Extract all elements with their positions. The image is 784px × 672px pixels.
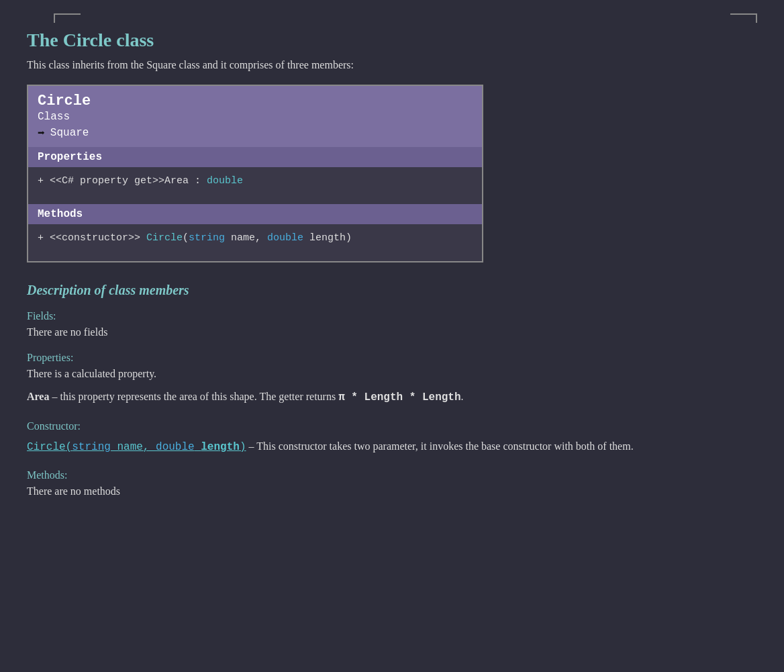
constructor-code-link[interactable]: Circle(string name, double length): [27, 441, 246, 453]
property-item: + <<C# property get>>Area : double: [38, 175, 243, 187]
methods-text: There are no methods: [27, 485, 757, 497]
top-border-decoration: [27, 13, 757, 23]
corner-left: [54, 13, 81, 23]
description-section: Description of class members Fields: The…: [27, 283, 757, 497]
class-header: Circle Class ➡ Square: [28, 86, 482, 147]
page-subtitle: This class inherits from the Square clas…: [27, 59, 757, 71]
constructor-desc-text: – This constructor takes two parameter, …: [248, 440, 633, 452]
description-heading: Description of class members: [27, 283, 757, 298]
area-period: .: [461, 391, 464, 402]
method-item: + <<constructor>> Circle(string name, do…: [38, 232, 352, 244]
class-type: Class: [38, 111, 473, 123]
property-type: double: [207, 175, 243, 187]
spacer-properties: [28, 195, 482, 204]
constructor-full: Circle(string name, double length) – Thi…: [27, 438, 757, 457]
fields-text: There are no fields: [27, 326, 757, 338]
inherits-arrow-icon: ➡: [38, 126, 45, 140]
constructor-line: Circle(string name, double length) – Thi…: [27, 438, 757, 457]
properties-content: + <<C# property get>>Area : double: [28, 167, 482, 195]
class-inherits-row: ➡ Square: [38, 126, 473, 140]
corner-right: [730, 13, 757, 23]
inherits-name: Square: [50, 127, 89, 139]
properties-header: Properties: [28, 147, 482, 167]
method-param1-type: string: [189, 232, 225, 244]
area-description: Area – this property represents the area…: [27, 388, 757, 407]
page-title: The Circle class: [27, 30, 757, 51]
method-class-name: Circle: [146, 232, 183, 244]
spacer-methods: [28, 252, 482, 261]
class-name: Circle: [38, 93, 91, 109]
methods-content: + <<constructor>> Circle(string name, do…: [28, 224, 482, 252]
properties-text: There is a calculated property.: [27, 368, 757, 380]
area-keyword: Area: [27, 391, 49, 402]
area-code: π * Length * Length: [338, 391, 460, 403]
area-text-before: – this property represents the area of t…: [52, 391, 336, 402]
methods-header: Methods: [28, 204, 482, 224]
class-diagram-box: Circle Class ➡ Square Properties + <<C# …: [27, 85, 483, 262]
fields-label: Fields:: [27, 310, 757, 322]
properties-label: Properties:: [27, 352, 757, 364]
method-param2-type: double: [267, 232, 303, 244]
constructor-label: Constructor:: [27, 420, 757, 432]
methods-label: Methods:: [27, 469, 757, 481]
